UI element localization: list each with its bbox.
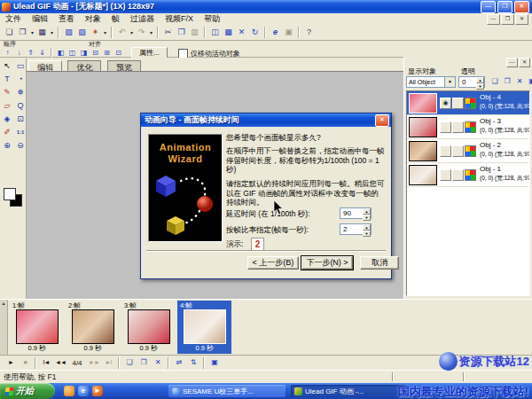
next-frame-icon[interactable]: ►► [87, 356, 101, 369]
delete-icon[interactable]: ✕ [235, 26, 248, 39]
actual-size-tool-icon[interactable]: 1:1 [14, 127, 27, 139]
visibility-checkbox[interactable] [440, 145, 451, 157]
magic-wand-tool-icon[interactable]: ✵ [14, 87, 27, 99]
previous-frame-icon[interactable]: ◄◄ [53, 356, 67, 369]
export-icon[interactable]: ▣ [282, 26, 295, 39]
frame-image-icon[interactable]: ▣ [207, 356, 222, 369]
visibility-checkbox[interactable] [440, 121, 451, 133]
next-button[interactable]: 下一步(N) > [301, 256, 353, 270]
spin-up-icon[interactable]: ▲ [363, 224, 371, 231]
open-dropdown-icon[interactable]: ▾ [29, 29, 35, 35]
visibility-checkbox[interactable] [440, 169, 451, 181]
fill-tool-icon[interactable]: ◈ [1, 113, 13, 126]
mdi-minimize-button[interactable]: — [487, 14, 500, 25]
reverse-frames-icon[interactable]: ⇄ [172, 356, 186, 369]
add-frame-icon[interactable]: ❏ [122, 356, 137, 369]
delete-object-icon[interactable]: ✕ [514, 76, 525, 88]
marquee-tool-icon[interactable]: ▭ [14, 60, 27, 73]
brush-tool-icon[interactable]: ✎ [1, 87, 13, 99]
menu-edit[interactable]: 编辑 [27, 13, 53, 25]
move-frame-icon[interactable]: ⇅ [186, 356, 200, 369]
spin-down-icon[interactable]: ▼ [363, 231, 371, 237]
first-frame-icon[interactable]: I◄ [39, 356, 53, 369]
undo-dropdown-icon[interactable]: ▾ [129, 29, 135, 35]
chevron-down-icon[interactable]: ▼ [444, 77, 455, 87]
add-image-icon[interactable]: ▧ [62, 26, 75, 39]
menu-object[interactable]: 对象 [80, 13, 106, 25]
menu-video-fx[interactable]: 视频F/X [160, 13, 199, 25]
cut-icon[interactable]: ✂ [161, 26, 175, 39]
menu-file[interactable]: 文件 [0, 13, 27, 25]
eyedropper-tool-icon[interactable]: ✐ [1, 127, 13, 139]
menu-view[interactable]: 查看 [53, 13, 80, 25]
wand-dropdown-icon[interactable]: ▾ [102, 29, 108, 35]
dialog-close-icon[interactable]: ✕ [375, 114, 389, 127]
mdi-restore-button[interactable]: ❐ [501, 14, 514, 25]
eraser-tool-icon[interactable]: ▱ [1, 100, 13, 113]
mdi-close-button[interactable]: ✕ [515, 14, 528, 25]
menu-filter[interactable]: 过滤器 [125, 13, 160, 25]
menu-help[interactable]: 帮助 [199, 13, 225, 25]
redo-dropdown-icon[interactable]: ▾ [148, 29, 154, 35]
open-icon[interactable]: ❐ [16, 26, 29, 39]
stop-icon[interactable]: ■ [18, 356, 32, 369]
eye-icon[interactable]: ◉ [440, 98, 451, 109]
visibility-checkbox[interactable] [452, 98, 464, 109]
maximize-button[interactable]: ❐ [497, 1, 512, 13]
frame-3[interactable]: 3:帧 0.9 秒 [121, 301, 176, 354]
save-dropdown-icon[interactable]: ▾ [49, 29, 55, 35]
palette-icon[interactable] [465, 98, 476, 109]
delay-time-input[interactable]: 90 ▲ ▼ [340, 207, 372, 219]
zoom-out-tool-icon[interactable]: ⊖ [14, 140, 27, 153]
zoom-in-tool-icon[interactable]: ⊕ [1, 140, 13, 153]
wand-icon[interactable]: ✶ [89, 26, 102, 39]
quicklaunch-media-icon[interactable]: ► [92, 386, 103, 396]
new-object-icon[interactable]: ❏ [489, 76, 500, 88]
menu-frame[interactable]: 帧 [106, 13, 125, 25]
optimize-icon[interactable]: ◫ [208, 26, 222, 39]
frame-rate-input[interactable]: 2 ▲ ▼ [340, 223, 372, 235]
last-frame-icon[interactable]: ►I [101, 356, 115, 369]
add-video-icon[interactable]: ▨ [75, 26, 89, 39]
frame-manager-icon[interactable]: ▩ [222, 26, 235, 39]
foreground-color-swatch[interactable] [4, 188, 16, 200]
back-button[interactable]: < 上一步(B) [247, 256, 299, 270]
text-tool-icon[interactable]: T [1, 74, 13, 86]
dialog-title-bar[interactable]: 动画向导 - 画面帧持续时间 ✕ [141, 113, 391, 127]
spin-down-icon[interactable]: ▼ [363, 215, 371, 221]
quicklaunch-ie-icon[interactable]: e [78, 386, 89, 396]
frame-4-selected[interactable]: 4:帧 0.9 秒 [177, 301, 231, 354]
start-button[interactable]: 开始 [0, 383, 55, 399]
save-icon[interactable]: ▦ [35, 26, 49, 39]
palette-icon[interactable] [465, 121, 476, 133]
visibility-checkbox[interactable] [452, 145, 464, 157]
cancel-button[interactable]: 取消 [360, 256, 399, 270]
taskbar-window-browser[interactable]: SESAME U校三单手... [168, 385, 286, 397]
object-properties-icon[interactable]: ▣ [527, 76, 532, 88]
palette-icon[interactable] [465, 169, 476, 181]
move-up-icon[interactable]: ↑ [2, 49, 13, 59]
object-row-2[interactable]: Obj - 2 (0, 0) (宽:128, 高:97) [407, 139, 529, 163]
taskbar-window-ulead-active[interactable]: Ulead GIF 动画 -... [291, 385, 406, 397]
palette-icon[interactable] [465, 145, 476, 157]
new-icon[interactable]: ❏ [3, 26, 16, 39]
lasso-tool-icon[interactable]: Q [14, 100, 27, 113]
frame-1[interactable]: 1:帧 0.9 秒 [10, 301, 64, 354]
scroll-up-icon[interactable]: ▲ [2, 301, 6, 306]
close-button[interactable]: ✕ [514, 1, 529, 13]
duplicate-object-icon[interactable]: ❐ [502, 76, 512, 88]
minimize-button[interactable]: — [481, 1, 496, 13]
select-tool-icon[interactable]: ↖ [1, 60, 13, 73]
refresh-icon[interactable]: ↻ [248, 26, 262, 39]
transparency-spinner[interactable]: 0 ▲ ▼ [458, 76, 485, 88]
clock-tool-icon[interactable]: ◔ [14, 74, 27, 86]
paste-icon[interactable]: ▥ [188, 26, 201, 39]
frame-2[interactable]: 2:帧 0.9 秒 [66, 301, 120, 354]
play-icon[interactable]: ► [4, 356, 18, 369]
spin-down-icon[interactable]: ▼ [476, 83, 484, 90]
spin-up-icon[interactable]: ▲ [363, 208, 371, 215]
crop-tool-icon[interactable]: ⊡ [14, 113, 27, 126]
frame-strip-scroll[interactable]: ▲ [0, 300, 8, 355]
visibility-checkbox[interactable] [452, 169, 464, 181]
panel-close-icon[interactable]: ✕ [519, 58, 530, 67]
